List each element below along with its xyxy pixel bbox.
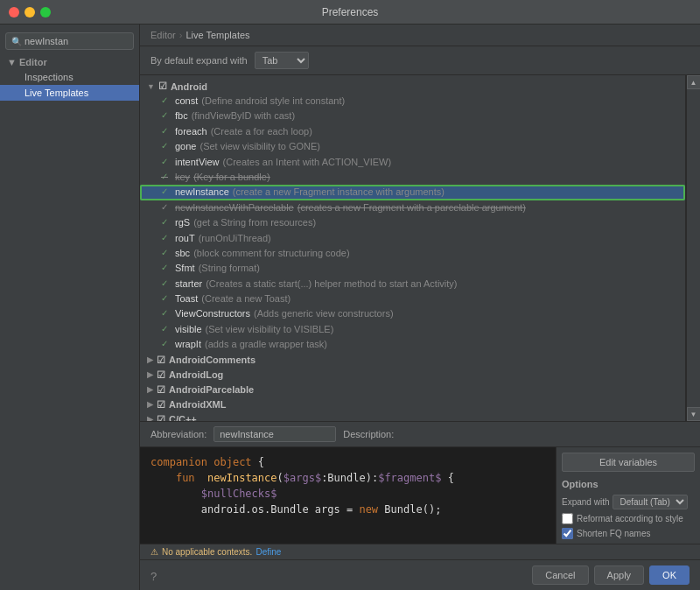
abbreviation-row: Abbreviation: Description: bbox=[140, 422, 700, 447]
check-foreach: ✓ bbox=[161, 125, 172, 137]
template-wrapIt[interactable]: ✓ wrapIt (adds a gradle wrapper task) bbox=[140, 337, 685, 352]
abbreviation-input[interactable] bbox=[214, 426, 336, 442]
template-rgS[interactable]: ✓ rgS (get a String from resources) bbox=[140, 215, 685, 230]
checkbox-cpp[interactable]: ☑ bbox=[157, 414, 165, 421]
shorten-fq-label: Shorten FQ names bbox=[577, 529, 650, 538]
ok-button[interactable]: OK bbox=[649, 565, 690, 585]
warning-icon: ⚠ bbox=[150, 547, 158, 557]
code-editor[interactable]: companion object { fun newInstance($args… bbox=[140, 447, 556, 544]
checkbox-androidComments[interactable]: ☑ bbox=[157, 355, 165, 366]
search-icon: 🔍 bbox=[11, 37, 22, 46]
expand-with-select[interactable]: Default (Tab) Tab Enter bbox=[612, 495, 688, 509]
template-const[interactable]: ✓ const (Define android style int consta… bbox=[140, 94, 685, 109]
window-controls[interactable] bbox=[9, 7, 51, 18]
maximize-button[interactable] bbox=[40, 7, 51, 18]
check-Toast: ✓ bbox=[161, 292, 172, 305]
template-intentView[interactable]: ✓ intentView (Creates an Intent with ACT… bbox=[140, 155, 685, 170]
check-rgS: ✓ bbox=[161, 216, 172, 228]
group-androidLog-arrow bbox=[147, 370, 153, 379]
warning-text: No applicable contexts. bbox=[162, 547, 252, 557]
search-input[interactable] bbox=[24, 36, 128, 46]
bottom-area: Abbreviation: Description: companion obj… bbox=[140, 421, 700, 559]
group-androidParcelable-arrow bbox=[147, 385, 153, 394]
sidebar-item-label: Live Templates bbox=[24, 88, 88, 98]
sidebar-item-inspections[interactable]: Inspections bbox=[0, 69, 139, 85]
group-android[interactable]: ☑ Android bbox=[140, 79, 685, 94]
group-cpp-arrow bbox=[147, 415, 153, 421]
group-androidXML-label: AndroidXML bbox=[169, 399, 226, 410]
apply-button[interactable]: Apply bbox=[594, 565, 645, 585]
check-const: ✓ bbox=[161, 95, 172, 107]
group-androidParcelable-label: AndroidParcelable bbox=[169, 384, 254, 395]
group-cpp[interactable]: ☑ C/C++ bbox=[140, 412, 685, 421]
group-androidParcelable[interactable]: ☑ AndroidParcelable bbox=[140, 383, 685, 397]
templates-area: ☑ Android ✓ const (Define android style … bbox=[140, 75, 700, 421]
template-Toast[interactable]: ✓ Toast (Create a new Toast) bbox=[140, 291, 685, 306]
sidebar-item-live-templates[interactable]: Live Templates bbox=[0, 85, 139, 101]
template-rouT[interactable]: ✓ rouT (runOnUiThread) bbox=[140, 231, 685, 246]
scroll-down-button[interactable]: ▼ bbox=[687, 407, 701, 421]
minimize-button[interactable] bbox=[24, 7, 35, 18]
sidebar-section-editor: ▼ Editor bbox=[0, 53, 139, 69]
group-androidComments[interactable]: ☑ AndroidComments bbox=[140, 353, 685, 368]
group-androidLog[interactable]: ☑ AndroidLog bbox=[140, 368, 685, 383]
check-visible: ✓ bbox=[161, 323, 172, 335]
template-visible[interactable]: ✓ visible (Set view visibility to VISIBL… bbox=[140, 322, 685, 337]
expand-label: By default expand with bbox=[150, 55, 248, 66]
footer: ? Cancel Apply OK bbox=[140, 559, 700, 590]
check-ViewConstructors: ✓ bbox=[161, 307, 172, 320]
code-line-4: android.os.Bundle args = new Bundle(); bbox=[150, 502, 545, 517]
template-foreach[interactable]: ✓ foreach (Create a for each loop) bbox=[140, 124, 685, 139]
template-fbc[interactable]: ✓ fbc (findViewByID with cast) bbox=[140, 109, 685, 123]
expand-toolbar: By default expand with Tab Enter Space bbox=[140, 46, 700, 75]
template-key[interactable]: ✓ key (Key for a bundle) bbox=[140, 170, 685, 185]
checkbox-android[interactable]: ☑ bbox=[158, 81, 167, 92]
checkbox-androidParcelable[interactable]: ☑ bbox=[157, 384, 165, 396]
scroll-up-button[interactable]: ▲ bbox=[687, 75, 701, 89]
expand-with-label: Expand with bbox=[562, 497, 609, 507]
shorten-fq-checkbox[interactable] bbox=[562, 528, 573, 539]
group-androidXML[interactable]: ☑ AndroidXML bbox=[140, 397, 685, 412]
check-gone: ✓ bbox=[161, 140, 172, 152]
reformat-row: Reformat according to style bbox=[562, 513, 695, 524]
define-link[interactable]: Define bbox=[256, 547, 281, 557]
checkbox-androidXML[interactable]: ☑ bbox=[157, 399, 165, 411]
check-starter: ✓ bbox=[161, 277, 172, 290]
edit-variables-button[interactable]: Edit variables bbox=[562, 453, 695, 472]
sidebar-item-label: Inspections bbox=[24, 72, 74, 82]
check-newInstanceWithParcelable: ✓ bbox=[161, 201, 172, 214]
sidebar: 🔍 ▼ Editor Inspections Live Templates bbox=[0, 25, 140, 590]
template-newInstance[interactable]: ✓ newInstance (create a new Fragment ins… bbox=[140, 185, 685, 200]
template-Sfmt[interactable]: ✓ Sfmt (String format) bbox=[140, 261, 685, 276]
reformat-checkbox[interactable] bbox=[562, 513, 573, 524]
abbreviation-label: Abbreviation: bbox=[150, 429, 206, 439]
templates-list: ☑ Android ✓ const (Define android style … bbox=[140, 75, 686, 421]
check-intentView: ✓ bbox=[161, 156, 172, 168]
main-content: 🔍 ▼ Editor Inspections Live Templates Ed… bbox=[0, 25, 700, 590]
cancel-button[interactable]: Cancel bbox=[532, 565, 588, 585]
template-gone[interactable]: ✓ gone (Set view visibility to GONE) bbox=[140, 139, 685, 154]
check-Sfmt: ✓ bbox=[161, 262, 172, 274]
window-title: Preferences bbox=[322, 6, 379, 18]
checkbox-androidLog[interactable]: ☑ bbox=[157, 369, 165, 381]
template-ViewConstructors[interactable]: ✓ ViewConstructors (Adds generic view co… bbox=[140, 306, 685, 321]
group-cpp-label: C/C++ bbox=[169, 414, 197, 421]
template-newInstanceWithParcelable[interactable]: ✓ newInstanceWithParcelable (creates a n… bbox=[140, 200, 685, 215]
expand-select[interactable]: Tab Enter Space bbox=[255, 52, 309, 69]
breadcrumb-editor: Editor bbox=[150, 30, 176, 40]
group-androidComments-label: AndroidComments bbox=[169, 355, 256, 365]
template-starter[interactable]: ✓ starter (Creates a static start(...) h… bbox=[140, 277, 685, 291]
check-sbc: ✓ bbox=[161, 247, 172, 259]
check-wrapIt: ✓ bbox=[161, 338, 172, 350]
expand-with-row: Expand with Default (Tab) Tab Enter bbox=[562, 495, 695, 509]
template-sbc[interactable]: ✓ sbc (block comment for structuring cod… bbox=[140, 246, 685, 261]
search-box[interactable]: 🔍 bbox=[5, 32, 134, 50]
help-button[interactable]: ? bbox=[150, 570, 157, 583]
code-line-2: fun newInstance($args$:Bundle):$fragment… bbox=[150, 470, 545, 486]
title-bar: Preferences bbox=[0, 0, 700, 25]
description-label: Description: bbox=[343, 429, 394, 439]
breadcrumb-live-templates: Live Templates bbox=[186, 30, 249, 40]
list-scrollbar: ▲ ▼ bbox=[686, 75, 700, 421]
close-button[interactable] bbox=[9, 7, 19, 18]
group-androidComments-arrow bbox=[147, 355, 153, 364]
